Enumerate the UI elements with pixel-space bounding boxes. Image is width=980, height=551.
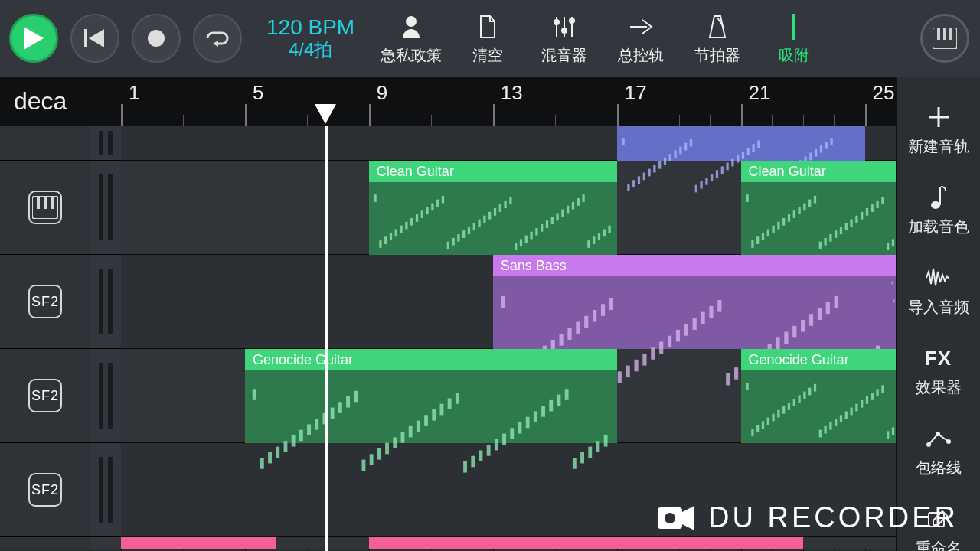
svg-rect-279	[463, 461, 467, 473]
clip-grid[interactable]: Clean GuitarClean GuitarSans BassSansGen…	[121, 126, 896, 551]
svg-rect-319	[855, 404, 858, 412]
svg-point-5	[406, 16, 416, 27]
project-name[interactable]: deca	[0, 87, 121, 116]
svg-rect-96	[520, 239, 522, 246]
clip[interactable]	[369, 537, 803, 549]
svg-rect-188	[734, 367, 738, 380]
svg-rect-174	[617, 371, 621, 383]
tempo-display[interactable]: 120 BPM 4/4拍	[266, 16, 354, 60]
svg-rect-306	[787, 403, 789, 410]
track-header[interactable]	[0, 537, 90, 549]
svg-rect-124	[798, 207, 800, 214]
track-mute-strip[interactable]	[90, 161, 121, 255]
track-mute-strip[interactable]	[90, 126, 121, 161]
svg-rect-292	[565, 389, 569, 400]
track-header-column: SF2SF2SF2	[0, 126, 90, 549]
svg-rect-125	[803, 204, 805, 211]
svg-rect-314	[829, 422, 831, 430]
track-header[interactable]	[0, 161, 90, 255]
svg-rect-193	[776, 337, 779, 350]
svg-rect-72	[395, 230, 397, 237]
person-icon	[373, 12, 449, 41]
rail-fx[interactable]: FX效果器	[897, 345, 980, 398]
track-header[interactable]: SF2	[0, 255, 90, 349]
recorder-watermark: DU RECORDER	[658, 501, 959, 534]
svg-marker-353	[682, 506, 694, 530]
svg-rect-296	[596, 441, 599, 452]
clip[interactable]	[617, 126, 865, 161]
svg-rect-116	[756, 236, 759, 244]
svg-rect-62	[830, 138, 832, 145]
svg-rect-264	[346, 396, 350, 408]
svg-rect-263	[338, 402, 342, 413]
rail-importaudio[interactable]: 导入音频	[897, 265, 980, 318]
svg-rect-182	[684, 324, 688, 336]
keyboard-toggle-button[interactable]	[920, 14, 969, 63]
menu-snap[interactable]: 吸附	[756, 12, 832, 64]
rail-newtrack[interactable]: 新建音轨	[897, 104, 980, 157]
clip[interactable]: Genocide Guitar	[245, 349, 617, 443]
svg-rect-106	[572, 202, 574, 210]
svg-rect-21	[51, 196, 54, 209]
ruler-playhead-icon[interactable]	[315, 104, 336, 124]
menu-metronome[interactable]: 节拍器	[679, 12, 756, 64]
track-mute-strip[interactable]	[90, 349, 121, 443]
menu-master[interactable]: 总控轨	[603, 12, 679, 64]
clip[interactable]	[121, 537, 276, 549]
svg-rect-140	[881, 197, 884, 204]
wave-icon	[897, 265, 980, 291]
svg-point-11	[569, 18, 575, 24]
menu-clear[interactable]: 清空	[449, 12, 526, 64]
svg-rect-132	[839, 227, 841, 234]
svg-rect-271	[400, 432, 404, 443]
plus-icon	[897, 104, 980, 130]
track-header[interactable]	[0, 126, 90, 161]
svg-rect-30	[664, 158, 666, 165]
svg-rect-99	[535, 228, 537, 236]
menu-label: 吸附	[756, 46, 832, 64]
svg-rect-20	[44, 196, 47, 209]
timeline-ruler[interactable]: deca 15913172125	[0, 77, 896, 126]
clip[interactable]: Clean Guitar	[741, 161, 896, 255]
svg-rect-107	[577, 198, 579, 206]
svg-rect-104	[561, 210, 564, 217]
play-button[interactable]	[9, 14, 58, 63]
track-header[interactable]: SF2	[0, 349, 90, 443]
rail-loadinst[interactable]: 加载音色	[897, 184, 980, 237]
timesig-value: 4/4拍	[266, 40, 354, 60]
track-gutter	[90, 126, 121, 549]
menu-mixer[interactable]: 混音器	[526, 12, 603, 64]
svg-rect-258	[299, 430, 303, 442]
svg-rect-74	[405, 222, 407, 230]
rewind-button[interactable]	[70, 14, 119, 63]
svg-rect-180	[668, 336, 671, 348]
clip[interactable]: Sans Bass	[493, 255, 890, 349]
clip[interactable]: Clean Guitar	[369, 161, 617, 255]
track-header[interactable]: SF2	[0, 443, 90, 537]
svg-rect-200	[834, 296, 838, 308]
clip[interactable]: Genocide Guitar	[741, 349, 896, 443]
svg-rect-281	[479, 450, 482, 461]
clip-label: Sans	[890, 255, 896, 276]
svg-rect-185	[709, 306, 713, 318]
svg-rect-317	[844, 411, 847, 419]
track-mute-strip[interactable]	[90, 443, 121, 537]
svg-rect-253	[260, 458, 264, 469]
menu-privacy[interactable]: 急私政策	[373, 12, 449, 64]
track-mute-strip[interactable]	[90, 255, 121, 349]
svg-rect-41	[720, 166, 723, 174]
svg-rect-117	[761, 233, 763, 240]
loop-button[interactable]	[193, 14, 242, 63]
svg-rect-257	[292, 435, 296, 447]
svg-rect-177	[642, 354, 646, 366]
playhead[interactable]	[325, 126, 328, 551]
clip[interactable]: Sans	[890, 255, 896, 349]
svg-rect-22	[622, 138, 624, 145]
rail-label: 加载音色	[897, 217, 980, 237]
svg-rect-277	[448, 398, 452, 409]
track-mute-strip[interactable]	[90, 537, 121, 549]
rail-envelope[interactable]: 包络线	[897, 425, 980, 478]
record-button[interactable]	[132, 14, 181, 63]
svg-rect-293	[573, 458, 577, 469]
svg-rect-59	[815, 149, 817, 157]
